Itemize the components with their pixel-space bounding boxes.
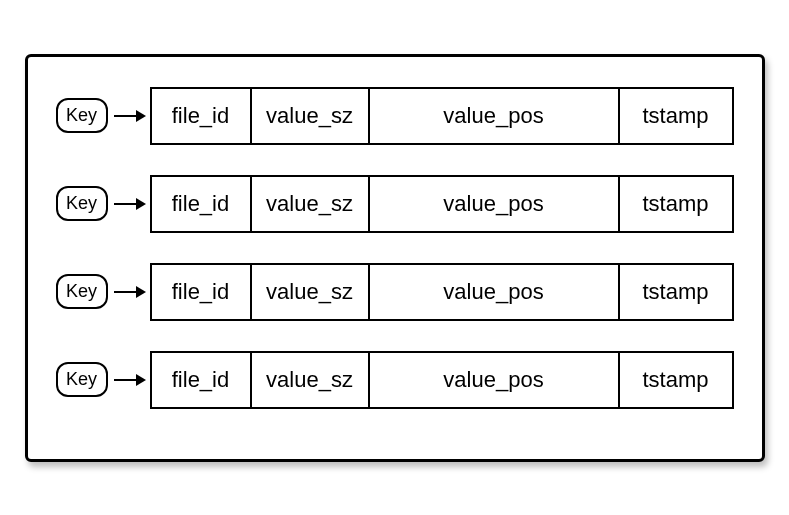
- keydir-row: Key file_id value_sz value_pos tstamp: [56, 175, 734, 233]
- record-fields: file_id value_sz value_pos tstamp: [150, 87, 734, 145]
- field-tstamp: tstamp: [618, 175, 734, 233]
- field-tstamp: tstamp: [618, 263, 734, 321]
- arrow-icon: [114, 198, 146, 210]
- key-node: Key: [56, 98, 108, 134]
- field-file-id: file_id: [150, 263, 250, 321]
- field-value-pos: value_pos: [368, 87, 618, 145]
- field-value-pos: value_pos: [368, 351, 618, 409]
- record-fields: file_id value_sz value_pos tstamp: [150, 263, 734, 321]
- field-value-pos: value_pos: [368, 263, 618, 321]
- arrow-icon: [114, 286, 146, 298]
- field-value-sz: value_sz: [250, 175, 368, 233]
- keydir-row: Key file_id value_sz value_pos tstamp: [56, 263, 734, 321]
- field-value-pos: value_pos: [368, 175, 618, 233]
- record-fields: file_id value_sz value_pos tstamp: [150, 175, 734, 233]
- field-tstamp: tstamp: [618, 351, 734, 409]
- field-value-sz: value_sz: [250, 263, 368, 321]
- arrow-icon: [114, 110, 146, 122]
- field-tstamp: tstamp: [618, 87, 734, 145]
- field-value-sz: value_sz: [250, 87, 368, 145]
- key-node: Key: [56, 186, 108, 222]
- arrow-icon: [114, 374, 146, 386]
- key-node: Key: [56, 274, 108, 310]
- key-node: Key: [56, 362, 108, 398]
- diagram-frame: Key file_id value_sz value_pos tstamp Ke…: [25, 54, 765, 462]
- field-file-id: file_id: [150, 87, 250, 145]
- record-fields: file_id value_sz value_pos tstamp: [150, 351, 734, 409]
- keydir-row: Key file_id value_sz value_pos tstamp: [56, 87, 734, 145]
- field-file-id: file_id: [150, 351, 250, 409]
- keydir-row: Key file_id value_sz value_pos tstamp: [56, 351, 734, 409]
- field-value-sz: value_sz: [250, 351, 368, 409]
- field-file-id: file_id: [150, 175, 250, 233]
